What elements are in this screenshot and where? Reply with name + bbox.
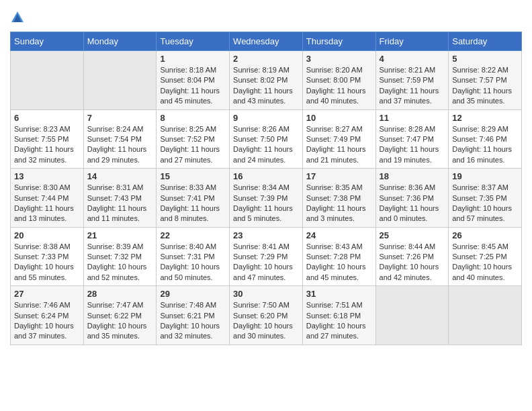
calendar-cell [83, 51, 157, 110]
calendar-cell: 3Sunrise: 8:20 AM Sunset: 8:00 PM Daylig… [302, 51, 375, 110]
calendar-cell: 28Sunrise: 7:47 AM Sunset: 6:22 PM Dayli… [83, 286, 157, 345]
day-info: Sunrise: 8:24 AM Sunset: 7:54 PM Dayligh… [87, 124, 153, 166]
calendar-cell: 12Sunrise: 8:29 AM Sunset: 7:46 PM Dayli… [449, 109, 522, 169]
day-info: Sunrise: 7:48 AM Sunset: 6:21 PM Dayligh… [160, 300, 226, 342]
day-number: 11 [380, 113, 445, 123]
day-info: Sunrise: 8:25 AM Sunset: 7:52 PM Dayligh… [160, 124, 226, 166]
calendar-cell: 10Sunrise: 8:27 AM Sunset: 7:49 PM Dayli… [302, 109, 375, 169]
day-info: Sunrise: 8:35 AM Sunset: 7:38 PM Dayligh… [306, 183, 372, 224]
day-info: Sunrise: 8:33 AM Sunset: 7:41 PM Dayligh… [160, 183, 226, 224]
day-header: Tuesday [157, 32, 230, 51]
calendar-cell: 7Sunrise: 8:24 AM Sunset: 7:54 PM Daylig… [83, 109, 157, 169]
day-header: Thursday [302, 32, 375, 51]
calendar-body: 1Sunrise: 8:18 AM Sunset: 8:04 PM Daylig… [11, 51, 522, 345]
calendar-cell: 9Sunrise: 8:26 AM Sunset: 7:50 PM Daylig… [230, 109, 303, 169]
page-header [10, 10, 522, 25]
calendar-cell: 18Sunrise: 8:36 AM Sunset: 7:36 PM Dayli… [375, 169, 449, 228]
day-info: Sunrise: 8:44 AM Sunset: 7:26 PM Dayligh… [380, 242, 445, 283]
day-number: 29 [160, 289, 226, 299]
day-info: Sunrise: 8:30 AM Sunset: 7:44 PM Dayligh… [14, 183, 80, 224]
day-number: 6 [14, 113, 80, 123]
day-info: Sunrise: 7:46 AM Sunset: 6:24 PM Dayligh… [14, 300, 80, 342]
calendar-cell: 22Sunrise: 8:40 AM Sunset: 7:31 PM Dayli… [157, 227, 230, 286]
calendar-week-row: 1Sunrise: 8:18 AM Sunset: 8:04 PM Daylig… [11, 51, 522, 110]
day-number: 16 [233, 171, 299, 181]
day-info: Sunrise: 7:51 AM Sunset: 6:18 PM Dayligh… [306, 300, 372, 342]
calendar-cell: 29Sunrise: 7:48 AM Sunset: 6:21 PM Dayli… [157, 286, 230, 345]
day-number: 15 [160, 171, 226, 181]
day-info: Sunrise: 8:38 AM Sunset: 7:33 PM Dayligh… [14, 242, 80, 283]
day-number: 22 [160, 230, 226, 240]
calendar-cell: 27Sunrise: 7:46 AM Sunset: 6:24 PM Dayli… [11, 286, 84, 345]
calendar-week-row: 27Sunrise: 7:46 AM Sunset: 6:24 PM Dayli… [11, 286, 522, 345]
day-info: Sunrise: 7:47 AM Sunset: 6:22 PM Dayligh… [87, 300, 153, 342]
calendar-cell: 16Sunrise: 8:34 AM Sunset: 7:39 PM Dayli… [230, 169, 303, 228]
day-info: Sunrise: 8:18 AM Sunset: 8:04 PM Dayligh… [160, 65, 226, 107]
day-info: Sunrise: 8:43 AM Sunset: 7:28 PM Dayligh… [306, 242, 372, 283]
day-info: Sunrise: 8:20 AM Sunset: 8:00 PM Dayligh… [306, 65, 372, 107]
day-number: 1 [160, 54, 226, 64]
day-number: 10 [306, 113, 372, 123]
calendar-cell [375, 286, 449, 345]
day-info: Sunrise: 7:50 AM Sunset: 6:20 PM Dayligh… [233, 300, 299, 342]
day-number: 20 [14, 230, 80, 240]
day-info: Sunrise: 8:22 AM Sunset: 7:57 PM Dayligh… [452, 65, 518, 107]
day-info: Sunrise: 8:23 AM Sunset: 7:55 PM Dayligh… [14, 124, 80, 166]
calendar-cell: 14Sunrise: 8:31 AM Sunset: 7:43 PM Dayli… [83, 169, 157, 228]
day-info: Sunrise: 8:19 AM Sunset: 8:02 PM Dayligh… [233, 65, 299, 107]
day-header: Sunday [11, 32, 84, 51]
calendar-cell: 8Sunrise: 8:25 AM Sunset: 7:52 PM Daylig… [157, 109, 230, 169]
calendar-cell: 21Sunrise: 8:39 AM Sunset: 7:32 PM Dayli… [83, 227, 157, 286]
day-header: Wednesday [230, 32, 303, 51]
day-number: 31 [306, 289, 372, 299]
day-info: Sunrise: 8:36 AM Sunset: 7:36 PM Dayligh… [380, 183, 445, 224]
day-info: Sunrise: 8:37 AM Sunset: 7:35 PM Dayligh… [452, 183, 518, 224]
calendar-cell: 17Sunrise: 8:35 AM Sunset: 7:38 PM Dayli… [302, 169, 375, 228]
calendar-cell: 11Sunrise: 8:28 AM Sunset: 7:47 PM Dayli… [375, 109, 449, 169]
calendar-cell: 20Sunrise: 8:38 AM Sunset: 7:33 PM Dayli… [11, 227, 84, 286]
logo [10, 10, 28, 25]
day-number: 17 [306, 171, 372, 181]
day-number: 13 [14, 171, 80, 181]
calendar-table: SundayMondayTuesdayWednesdayThursdayFrid… [10, 32, 522, 345]
day-number: 14 [87, 171, 153, 181]
day-number: 21 [87, 230, 153, 240]
calendar-cell: 13Sunrise: 8:30 AM Sunset: 7:44 PM Dayli… [11, 169, 84, 228]
calendar-cell: 6Sunrise: 8:23 AM Sunset: 7:55 PM Daylig… [11, 109, 84, 169]
calendar-week-row: 20Sunrise: 8:38 AM Sunset: 7:33 PM Dayli… [11, 227, 522, 286]
day-number: 2 [233, 54, 299, 64]
calendar-cell: 19Sunrise: 8:37 AM Sunset: 7:35 PM Dayli… [449, 169, 522, 228]
calendar-cell: 30Sunrise: 7:50 AM Sunset: 6:20 PM Dayli… [230, 286, 303, 345]
day-info: Sunrise: 8:39 AM Sunset: 7:32 PM Dayligh… [87, 242, 153, 283]
day-number: 23 [233, 230, 299, 240]
day-number: 25 [380, 230, 445, 240]
day-info: Sunrise: 8:29 AM Sunset: 7:46 PM Dayligh… [452, 124, 518, 166]
day-info: Sunrise: 8:34 AM Sunset: 7:39 PM Dayligh… [233, 183, 299, 224]
day-number: 28 [87, 289, 153, 299]
day-info: Sunrise: 8:28 AM Sunset: 7:47 PM Dayligh… [380, 124, 445, 166]
day-info: Sunrise: 8:41 AM Sunset: 7:29 PM Dayligh… [233, 242, 299, 283]
calendar-cell: 26Sunrise: 8:45 AM Sunset: 7:25 PM Dayli… [449, 227, 522, 286]
logo-icon [10, 10, 25, 25]
day-header: Friday [375, 32, 449, 51]
calendar-cell: 1Sunrise: 8:18 AM Sunset: 8:04 PM Daylig… [157, 51, 230, 110]
day-info: Sunrise: 8:27 AM Sunset: 7:49 PM Dayligh… [306, 124, 372, 166]
day-number: 9 [233, 113, 299, 123]
calendar-cell [449, 286, 522, 345]
day-info: Sunrise: 8:31 AM Sunset: 7:43 PM Dayligh… [87, 183, 153, 224]
day-headers-row: SundayMondayTuesdayWednesdayThursdayFrid… [11, 32, 522, 51]
calendar-cell: 24Sunrise: 8:43 AM Sunset: 7:28 PM Dayli… [302, 227, 375, 286]
calendar-week-row: 13Sunrise: 8:30 AM Sunset: 7:44 PM Dayli… [11, 169, 522, 228]
calendar-cell [11, 51, 84, 110]
day-number: 4 [380, 54, 445, 64]
day-info: Sunrise: 8:40 AM Sunset: 7:31 PM Dayligh… [160, 242, 226, 283]
calendar-week-row: 6Sunrise: 8:23 AM Sunset: 7:55 PM Daylig… [11, 109, 522, 169]
day-number: 18 [380, 171, 445, 181]
calendar-cell: 5Sunrise: 8:22 AM Sunset: 7:57 PM Daylig… [449, 51, 522, 110]
calendar-cell: 25Sunrise: 8:44 AM Sunset: 7:26 PM Dayli… [375, 227, 449, 286]
day-number: 30 [233, 289, 299, 299]
day-number: 7 [87, 113, 153, 123]
calendar-cell: 2Sunrise: 8:19 AM Sunset: 8:02 PM Daylig… [230, 51, 303, 110]
calendar-header: SundayMondayTuesdayWednesdayThursdayFrid… [11, 32, 522, 51]
day-number: 26 [452, 230, 518, 240]
